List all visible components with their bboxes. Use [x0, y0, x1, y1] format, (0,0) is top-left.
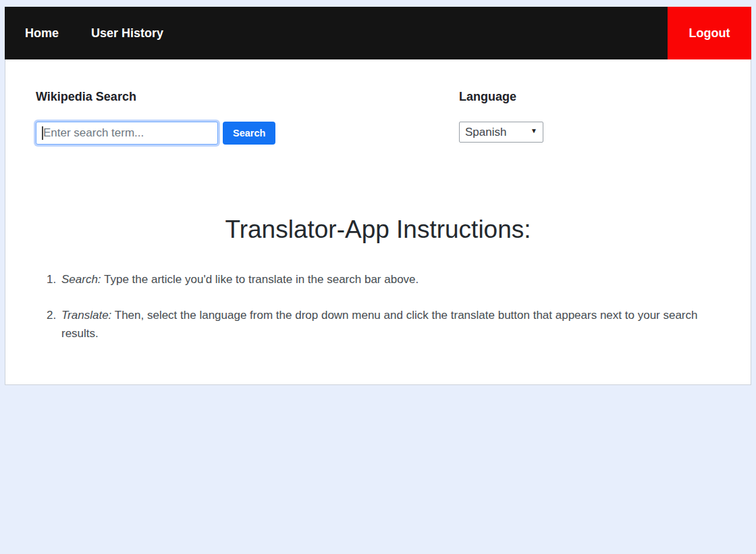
language-section-label: Language — [459, 90, 543, 104]
language-select-wrap: Spanish ▼ — [459, 122, 543, 143]
nav-link-home[interactable]: Home — [25, 26, 59, 41]
search-input-wrap — [36, 122, 218, 145]
controls-row: Wikipedia Search Search Language Spanish — [36, 90, 720, 145]
instructions-list: Search: Type the article you'd like to t… — [36, 270, 720, 343]
search-button[interactable]: Search — [223, 122, 275, 145]
logout-button[interactable]: Logout — [668, 7, 751, 59]
instruction-term: Translate: — [61, 309, 111, 322]
instruction-item: Translate: Then, select the language fro… — [59, 306, 720, 343]
search-section-label: Wikipedia Search — [36, 90, 459, 104]
language-section: Language Spanish ▼ — [459, 90, 543, 145]
search-line: Search — [36, 122, 459, 145]
language-select[interactable]: Spanish — [459, 122, 543, 143]
navbar: Home User History Logout — [5, 7, 751, 59]
instruction-item: Search: Type the article you'd like to t… — [59, 270, 720, 288]
search-section: Wikipedia Search Search — [36, 90, 459, 145]
instructions-title: Translator-App Instructions: — [36, 215, 720, 245]
app-frame: Home User History Logout Wikipedia Searc… — [5, 7, 751, 385]
instruction-text: Type the article you'd like to translate… — [101, 273, 419, 286]
instruction-term: Search: — [61, 273, 101, 286]
instruction-text: Then, select the language from the drop … — [61, 309, 698, 340]
main-card: Wikipedia Search Search Language Spanish — [5, 59, 751, 385]
nav-link-user-history[interactable]: User History — [91, 26, 163, 41]
search-input[interactable] — [36, 122, 218, 145]
